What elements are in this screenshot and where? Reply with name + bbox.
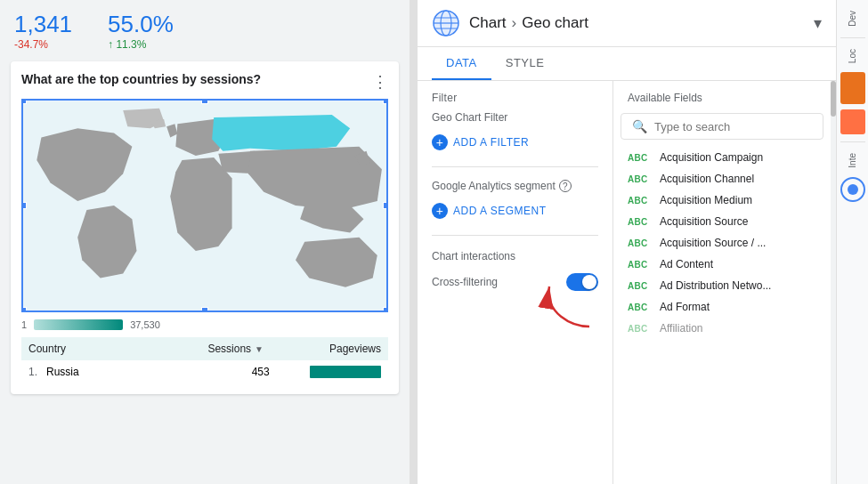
search-icon: 🔍 <box>632 119 647 133</box>
scrollbar-thumb[interactable] <box>831 81 836 117</box>
field-acquisition-source[interactable]: ABC Acquisition Source <box>613 211 831 232</box>
globe-icon <box>432 9 460 37</box>
expand-icon[interactable]: ▾ <box>814 13 822 33</box>
panel-header: Chart › Geo chart ▾ <box>418 0 836 47</box>
field-name: Ad Content <box>660 258 816 270</box>
bounce-metric: 55.0% ↑ 11.3% <box>108 11 174 51</box>
handle-ml[interactable] <box>21 202 27 209</box>
map-container[interactable] <box>21 99 388 312</box>
row-sessions: 453 <box>158 366 269 378</box>
add-segment-icon: + <box>432 203 448 219</box>
breadcrumb: Chart › Geo chart <box>469 14 805 32</box>
loc-indicator[interactable] <box>840 72 865 104</box>
handle-br[interactable] <box>383 307 388 312</box>
add-filter-icon: + <box>432 134 448 150</box>
interactions-label: Chart interactions <box>432 250 598 262</box>
metrics-row: 1,341 -34.7% 55.0% ↑ 11.3% <box>11 11 399 51</box>
bounce-value: 55.0% <box>108 11 174 38</box>
handle-tm[interactable] <box>201 99 208 104</box>
panel-divider <box>410 0 417 484</box>
row-country: Russia <box>46 366 158 378</box>
panel-right-section: Available Fields 🔍 ABC Acquisition Campa… <box>613 81 831 484</box>
field-name: Acquisition Campaign <box>660 151 816 164</box>
breadcrumb-geo: Geo chart <box>522 14 588 32</box>
field-name: Affiliation <box>660 322 816 335</box>
row-num: 1. <box>28 366 46 378</box>
field-type-badge: ABC <box>628 324 653 334</box>
side-divider-2 <box>840 141 865 142</box>
field-type-badge: ABC <box>628 260 653 270</box>
panel-body: Filter Geo Chart Filter + ADD A FILTER G… <box>418 81 836 484</box>
filter-field-label: Geo Chart Filter <box>432 111 598 124</box>
field-type-badge: ABC <box>628 281 653 291</box>
scrollbar-track[interactable] <box>831 81 836 484</box>
add-segment-button[interactable]: + ADD A SEGMENT <box>432 199 598 222</box>
row-bar <box>270 366 381 378</box>
field-ad-distribution[interactable]: ABC Ad Distribution Netwo... <box>613 275 831 296</box>
header-pageviews: Pageviews <box>264 343 381 355</box>
handle-mr[interactable] <box>383 202 388 209</box>
tabs-row: DATA STYLE <box>418 47 836 81</box>
crossfilter-label: Cross-filtering <box>432 276 498 288</box>
handle-bm[interactable] <box>201 307 208 312</box>
tab-style[interactable]: STYLE <box>491 47 559 80</box>
table-header: Country Sessions ▼ Pageviews <box>21 337 388 360</box>
field-type-badge: ABC <box>628 153 653 163</box>
field-ad-format[interactable]: ABC Ad Format <box>613 296 831 318</box>
search-box[interactable]: 🔍 <box>621 113 823 140</box>
arrow-container <box>432 291 598 335</box>
handle-tl[interactable] <box>21 99 27 104</box>
handle-bl[interactable] <box>21 307 27 312</box>
add-filter-label: ADD A FILTER <box>453 136 529 149</box>
world-map <box>23 101 386 311</box>
legend-gradient <box>34 319 123 330</box>
chart-card: What are the top countries by sessions? … <box>11 61 399 394</box>
field-ad-content[interactable]: ABC Ad Content <box>613 254 831 275</box>
sort-arrow-icon[interactable]: ▼ <box>255 344 264 354</box>
legend-area: 1 37,530 <box>21 319 388 330</box>
handle-tr[interactable] <box>383 99 388 104</box>
section-divider <box>432 166 598 167</box>
field-name: Acquisition Medium <box>660 194 816 206</box>
chart-title: What are the top countries by sessions? <box>21 72 261 86</box>
chart-header: What are the top countries by sessions? … <box>21 72 388 92</box>
properties-panel: Chart › Geo chart ▾ DATA STYLE Filter Ge… <box>417 0 836 484</box>
field-type-badge: ABC <box>628 238 653 248</box>
section-divider-2 <box>432 235 598 236</box>
sessions-delta: -34.7% <box>14 38 72 51</box>
loc-label: Loc <box>848 45 857 67</box>
header-sessions: Sessions ▼ <box>146 343 264 355</box>
chart-menu-icon[interactable]: ⋮ <box>372 72 388 92</box>
field-name: Ad Distribution Netwo... <box>660 279 816 292</box>
breadcrumb-chart: Chart <box>469 14 507 32</box>
sessions-value: 1,341 <box>14 11 72 38</box>
field-name: Acquisition Channel <box>660 173 816 185</box>
field-acquisition-medium[interactable]: ABC Acquisition Medium <box>613 190 831 211</box>
legend-max: 37,530 <box>130 319 160 330</box>
loc-indicator-2[interactable] <box>840 109 865 134</box>
header-country: Country <box>28 343 146 355</box>
filter-section-label: Filter <box>432 92 598 104</box>
field-name: Ad Format <box>660 301 816 313</box>
field-affiliation[interactable]: ABC Affiliation <box>613 318 831 339</box>
add-filter-button[interactable]: + ADD A FILTER <box>432 131 598 154</box>
help-icon[interactable]: ? <box>559 180 572 192</box>
sessions-metric: 1,341 -34.7% <box>14 11 72 51</box>
tab-data[interactable]: DATA <box>432 47 491 80</box>
field-acquisition-channel[interactable]: ABC Acquisition Channel <box>613 168 831 190</box>
field-acquisition-campaign[interactable]: ABC Acquisition Campaign <box>613 147 831 168</box>
inte-icon[interactable] <box>840 177 865 202</box>
side-divider <box>840 37 865 38</box>
table-row: 1. Russia 453 <box>21 360 388 383</box>
left-panel: 1,341 -34.7% 55.0% ↑ 11.3% What are the … <box>0 0 410 484</box>
fields-list: ABC Acquisition Campaign ABC Acquisition… <box>613 147 831 473</box>
field-name: Acquisition Source / ... <box>660 237 816 249</box>
search-input[interactable] <box>654 120 812 133</box>
panel-left-section: Filter Geo Chart Filter + ADD A FILTER G… <box>418 81 613 484</box>
field-type-badge: ABC <box>628 174 653 184</box>
field-acquisition-source-alt[interactable]: ABC Acquisition Source / ... <box>613 232 831 254</box>
legend-min: 1 <box>21 319 27 330</box>
data-table: Country Sessions ▼ Pageviews 1. Russia 4… <box>21 337 388 383</box>
field-type-badge: ABC <box>628 217 653 227</box>
interactions-section: Chart interactions Cross-filtering <box>432 250 598 335</box>
